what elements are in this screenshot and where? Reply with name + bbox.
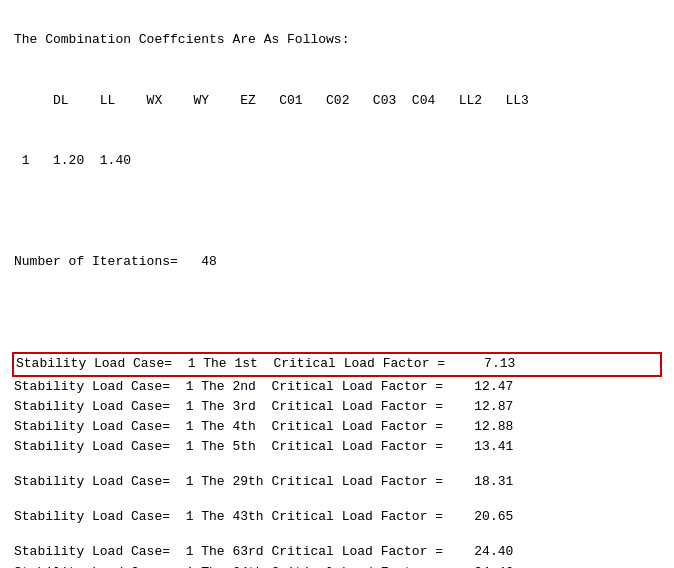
stability-row: Stability Load Case= 1 The 64th Critical… <box>14 563 660 568</box>
stability-rows: Stability Load Case= 1 The 1st Critical … <box>14 352 660 568</box>
stability-row: Stability Load Case= 1 The 29th Critical… <box>14 472 660 492</box>
stability-row: Stability Load Case= 1 The 43th Critical… <box>14 507 660 527</box>
header-line2: DL LL WX WY EZ C01 C02 C03 C04 LL2 LL3 <box>14 93 529 108</box>
main-content: The Combination Coeffcients Are As Follo… <box>14 10 660 352</box>
header-line1: The Combination Coeffcients Are As Follo… <box>14 32 349 47</box>
header-line3: 1 1.20 1.40 <box>14 153 131 168</box>
stability-row: Stability Load Case= 1 The 3rd Critical … <box>14 397 660 417</box>
stability-row: Stability Load Case= 1 The 4th Critical … <box>14 417 660 437</box>
stability-row: Stability Load Case= 1 The 63rd Critical… <box>14 542 660 562</box>
stability-row: Stability Load Case= 1 The 1st Critical … <box>12 352 662 376</box>
stability-row: Stability Load Case= 1 The 2nd Critical … <box>14 377 660 397</box>
stability-row: Stability Load Case= 1 The 5th Critical … <box>14 437 660 457</box>
iterations-line: Number of Iterations= 48 <box>14 254 217 269</box>
